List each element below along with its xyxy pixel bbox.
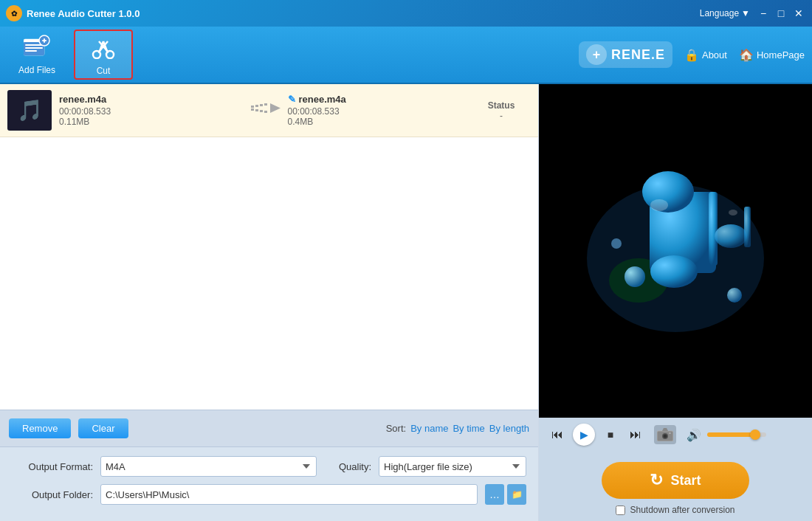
play-button[interactable]: ▶ (573, 424, 595, 446)
svg-rect-18 (251, 108, 254, 111)
volume-thumb (750, 429, 760, 440)
arrow-area (244, 103, 288, 118)
svg-rect-17 (264, 103, 267, 106)
output-file-size: 0.4MB (288, 117, 472, 127)
folder-buttons: … 📁 (485, 484, 526, 505)
about-button[interactable]: 🔒 About (684, 48, 727, 62)
quality-label: Quality: (339, 461, 371, 472)
music-note-visual (565, 148, 786, 354)
output-file-name: ✎ renee.m4a (288, 94, 472, 105)
svg-rect-3 (25, 47, 43, 49)
svg-point-26 (642, 171, 694, 213)
close-button[interactable]: ✕ (791, 6, 806, 21)
start-label: Start (670, 473, 701, 489)
file-list: 🎵 renee.m4a 00:00:08.533 0.11MB (0, 84, 538, 410)
lock-icon: 🔒 (684, 48, 699, 62)
format-label: Output Format: (12, 461, 93, 472)
right-panel: ⏮ ▶ ■ ⏭ 🔊 ↻ Sta (539, 84, 812, 521)
sort-by-name[interactable]: By name (410, 423, 448, 434)
file-thumbnail: 🎵 (7, 90, 52, 131)
music-preview (539, 84, 812, 418)
skip-back-button[interactable]: ⏮ (548, 425, 567, 444)
svg-rect-27 (709, 192, 718, 266)
stop-button[interactable]: ■ (601, 425, 620, 444)
left-panel: 🎵 renee.m4a 00:00:08.533 0.11MB (0, 84, 539, 521)
sort-label: Sort: (386, 423, 406, 434)
svg-rect-21 (264, 111, 267, 113)
home-icon: 🏠 (739, 48, 754, 62)
minimize-button[interactable]: − (756, 6, 771, 21)
sort-area: Sort: By name By time By length (386, 423, 529, 434)
format-row: Output Format: M4A MP3 WAV AAC OGG FLAC … (12, 456, 526, 477)
main-toolbar: Add Files Cut + RENE.E 🔒 About 🏠 HomePag… (0, 27, 812, 84)
clear-button[interactable]: Clear (78, 418, 128, 438)
volume-slider[interactable] (707, 432, 766, 437)
skip-forward-button[interactable]: ⏭ (626, 425, 645, 444)
svg-point-29 (715, 224, 747, 248)
svg-marker-38 (662, 428, 668, 431)
start-button[interactable]: ↻ Start (602, 462, 749, 499)
svg-rect-41 (669, 432, 671, 434)
status-label: Status (472, 100, 531, 111)
svg-rect-14 (251, 106, 254, 108)
shutdown-row: Shutdown after conversion (616, 505, 734, 515)
folder-label: Output Folder: (12, 489, 93, 500)
output-file-info: ✎ renee.m4a 00:00:08.533 0.4MB (288, 94, 472, 127)
sort-by-time[interactable]: By time (453, 423, 484, 434)
title-bar-left: ✿ Renee Audio Cutter 1.0.0 (6, 5, 140, 21)
language-button[interactable]: Language ▼ (700, 8, 750, 18)
status-column: Status - (472, 100, 531, 121)
svg-point-33 (611, 238, 622, 249)
svg-marker-22 (270, 103, 281, 113)
svg-rect-16 (260, 104, 263, 106)
folder-browse-button[interactable]: … (485, 484, 504, 505)
rene-logo: + RENE.E (579, 41, 672, 68)
shutdown-checkbox[interactable] (616, 506, 625, 515)
app-title: Renee Audio Cutter 1.0.0 (27, 8, 140, 19)
table-row: 🎵 renee.m4a 00:00:08.533 0.11MB (0, 84, 538, 137)
svg-point-34 (650, 199, 668, 211)
app-logo: ✿ (6, 5, 22, 21)
bottom-bar: Remove Clear Sort: By name By time By le… (0, 410, 538, 446)
folder-input[interactable] (100, 484, 478, 505)
svg-rect-15 (255, 105, 258, 107)
quality-select[interactable]: High(Larger file size) Medium Low (379, 456, 526, 477)
top-right-area: + RENE.E 🔒 About 🏠 HomePage (579, 41, 805, 68)
start-area: ↻ Start Shutdown after conversion (539, 452, 812, 521)
svg-point-35 (729, 210, 737, 215)
svg-point-28 (650, 255, 698, 288)
cut-icon (89, 34, 117, 63)
add-files-label: Add Files (18, 65, 55, 75)
svg-rect-30 (744, 207, 751, 247)
sort-by-length[interactable]: By length (489, 423, 529, 434)
add-files-button[interactable]: Add Files (7, 30, 66, 80)
main-area: 🎵 renee.m4a 00:00:08.533 0.11MB (0, 84, 812, 521)
camera-button[interactable] (654, 425, 676, 444)
svg-rect-19 (255, 109, 258, 111)
player-controls: ⏮ ▶ ■ ⏭ 🔊 (539, 418, 812, 452)
settings-panel: Output Format: M4A MP3 WAV AAC OGG FLAC … (0, 446, 538, 521)
shutdown-label: Shutdown after conversion (630, 505, 734, 515)
title-bar-right: Language ▼ − □ ✕ (700, 6, 806, 21)
svg-rect-20 (260, 110, 263, 112)
status-value: - (472, 111, 531, 121)
source-file-time: 00:00:08.533 (59, 106, 244, 117)
source-file-info: renee.m4a 00:00:08.533 0.11MB (59, 94, 244, 127)
source-file-size: 0.11MB (59, 117, 244, 127)
output-file-time: 00:00:08.533 (288, 106, 472, 117)
preview-area (539, 84, 812, 418)
source-file-name: renee.m4a (59, 94, 244, 105)
add-files-icon (24, 35, 50, 62)
folder-row: Output Folder: … 📁 (12, 484, 526, 505)
remove-button[interactable]: Remove (9, 418, 71, 438)
cut-label: Cut (97, 66, 111, 76)
svg-rect-4 (25, 50, 37, 52)
cut-button[interactable]: Cut (74, 30, 133, 80)
homepage-button[interactable]: 🏠 HomePage (739, 48, 805, 62)
arrow-icon (251, 103, 281, 118)
camera-icon (657, 428, 673, 441)
maximize-button[interactable]: □ (774, 6, 788, 21)
format-select[interactable]: M4A MP3 WAV AAC OGG FLAC (100, 456, 317, 477)
volume-icon: 🔊 (687, 428, 701, 442)
folder-open-button[interactable]: 📁 (507, 484, 526, 505)
